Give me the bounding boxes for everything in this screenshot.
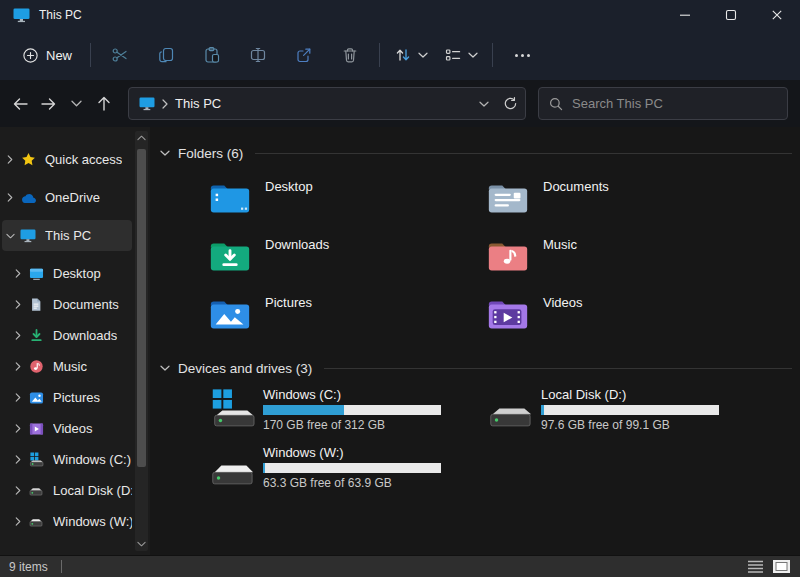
folder-tile-downloads[interactable]: Downloads — [207, 232, 485, 290]
new-button-label: New — [46, 48, 72, 63]
maximize-button[interactable] — [708, 0, 754, 30]
status-divider — [61, 560, 62, 573]
clipboard-icon — [203, 46, 221, 64]
toolbar-separator — [90, 43, 91, 67]
chevron-down-icon[interactable] — [160, 150, 170, 156]
section-devices-drives[interactable]: Devices and drives (3) — [160, 358, 792, 378]
sidebar-item-quick-access[interactable]: Quick access — [2, 144, 132, 175]
drive-icon — [26, 514, 46, 529]
music-folder-icon — [485, 233, 531, 279]
folders-grid: Desktop Documents Downloads Music Pictur… — [207, 174, 792, 348]
sidebar-item-windows-w[interactable]: Windows (W:) — [2, 506, 132, 537]
folder-tile-videos[interactable]: Videos — [485, 290, 763, 348]
section-title: Devices and drives (3) — [178, 361, 312, 376]
chevron-right-icon[interactable] — [10, 424, 26, 433]
large-icons-view-button[interactable] — [772, 559, 791, 574]
videos-folder-icon — [485, 291, 531, 337]
section-divider — [324, 368, 792, 369]
chevron-right-icon[interactable] — [2, 155, 18, 164]
sidebar-item-label: Windows (W:) — [53, 514, 132, 529]
desktop-folder-icon — [207, 175, 253, 221]
sidebar-item-label: This PC — [45, 228, 91, 243]
close-button[interactable] — [754, 0, 800, 30]
chevron-right-icon[interactable] — [10, 269, 26, 278]
search-box[interactable] — [538, 87, 788, 120]
command-bar: New — [0, 30, 800, 80]
folder-tile-music[interactable]: Music — [485, 232, 763, 290]
chevron-right-icon[interactable] — [2, 193, 18, 202]
chevron-down-icon[interactable] — [2, 233, 18, 239]
up-button[interactable] — [90, 89, 118, 119]
sidebar-item-label: Local Disk (D:) — [53, 483, 132, 498]
sidebar-item-label: OneDrive — [45, 190, 100, 205]
more-options-button[interactable] — [499, 37, 545, 73]
scrollbar-thumb[interactable] — [137, 149, 146, 467]
section-folders[interactable]: Folders (6) — [160, 143, 792, 163]
delete-button[interactable] — [327, 37, 373, 73]
sidebar-item-label: Music — [53, 359, 87, 374]
minimize-button[interactable] — [662, 0, 708, 30]
sidebar-item-videos[interactable]: Videos — [2, 413, 132, 444]
chevron-right-icon[interactable] — [10, 517, 26, 526]
drive-windows-icon — [26, 452, 46, 467]
cut-button[interactable] — [97, 37, 143, 73]
drive-tile-windows-w[interactable]: Windows (W:) 63.3 GB free of 63.9 GB — [207, 444, 485, 502]
drive-tile-local-disk-d[interactable]: Local Disk (D:) 97.6 GB free of 99.1 GB — [485, 386, 763, 444]
details-view-icon — [747, 560, 764, 574]
breadcrumb-this-pc[interactable]: This PC — [175, 96, 221, 111]
sort-icon — [394, 46, 412, 64]
sidebar-item-label: Downloads — [53, 328, 117, 343]
layout-icon — [444, 46, 462, 64]
sidebar-scrollbar[interactable] — [135, 131, 148, 551]
address-dropdown-button[interactable] — [471, 89, 497, 118]
chevron-right-icon[interactable] — [10, 331, 26, 340]
sidebar-item-local-disk-d[interactable]: Local Disk (D:) — [2, 475, 132, 506]
new-button[interactable]: New — [14, 41, 84, 70]
scroll-up-icon[interactable] — [137, 131, 146, 145]
chevron-down-icon — [468, 52, 478, 58]
sidebar-item-windows-c[interactable]: Windows (C:) — [2, 444, 132, 475]
download-arrow-icon — [26, 328, 46, 343]
rename-button[interactable] — [235, 37, 281, 73]
chevron-right-icon[interactable] — [10, 393, 26, 402]
view-button[interactable] — [436, 37, 486, 73]
sidebar-item-downloads[interactable]: Downloads — [2, 320, 132, 351]
sidebar-item-onedrive[interactable]: OneDrive — [2, 182, 132, 213]
drive-usage-bar — [263, 463, 441, 473]
copy-button[interactable] — [143, 37, 189, 73]
sidebar-item-documents[interactable]: Documents — [2, 289, 132, 320]
chevron-right-icon[interactable] — [10, 455, 26, 464]
sidebar-item-pictures[interactable]: Pictures — [2, 382, 132, 413]
video-icon — [26, 422, 46, 436]
drive-tile-windows-c[interactable]: Windows (C:) 170 GB free of 312 GB — [207, 386, 485, 444]
documents-folder-icon — [485, 175, 531, 221]
details-view-button[interactable] — [747, 560, 764, 574]
share-button[interactable] — [281, 37, 327, 73]
tile-label: Pictures — [265, 295, 312, 348]
scroll-down-icon[interactable] — [137, 537, 146, 551]
search-input[interactable] — [572, 96, 777, 111]
address-bar[interactable]: This PC — [128, 87, 526, 120]
sort-button[interactable] — [386, 37, 436, 73]
folder-tile-desktop[interactable]: Desktop — [207, 174, 485, 232]
drive-name: Windows (C:) — [263, 387, 441, 402]
refresh-button[interactable] — [497, 89, 523, 118]
sidebar-item-label: Pictures — [53, 390, 100, 405]
large-icons-view-icon — [772, 559, 791, 574]
back-button[interactable] — [6, 89, 34, 119]
forward-button[interactable] — [34, 89, 62, 119]
folder-tile-documents[interactable]: Documents — [485, 174, 763, 232]
drive-name: Windows (W:) — [263, 445, 441, 460]
chevron-down-icon[interactable] — [160, 365, 170, 371]
chevron-right-icon[interactable] — [10, 362, 26, 371]
chevron-down-icon — [418, 52, 428, 58]
chevron-right-icon[interactable] — [10, 300, 26, 309]
this-pc-icon — [13, 7, 30, 23]
paste-button[interactable] — [189, 37, 235, 73]
chevron-right-icon[interactable] — [10, 486, 26, 495]
recent-locations-button[interactable] — [62, 89, 90, 119]
sidebar-item-this-pc[interactable]: This PC — [2, 220, 132, 251]
folder-tile-pictures[interactable]: Pictures — [207, 290, 485, 348]
sidebar-item-music[interactable]: Music — [2, 351, 132, 382]
sidebar-item-desktop[interactable]: Desktop — [2, 258, 132, 289]
